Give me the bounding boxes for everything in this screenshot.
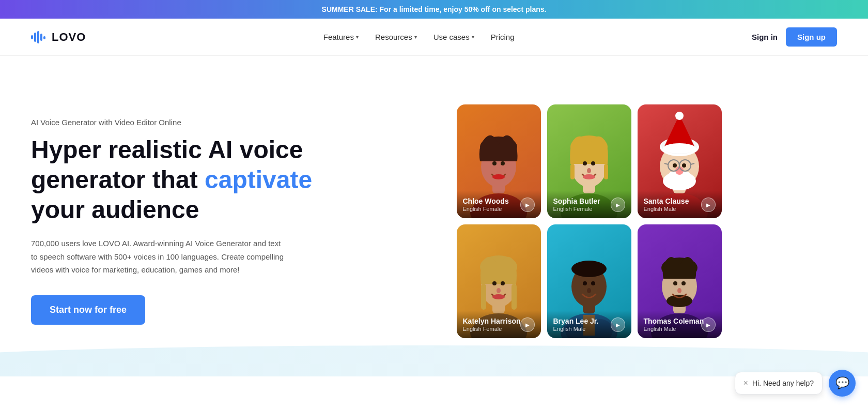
chat-widget: × Hi. Need any help? 💬 bbox=[735, 370, 856, 376]
voice-card-sophia[interactable]: Sophia Butler English Female ▶ bbox=[547, 104, 631, 218]
svg-point-24 bbox=[587, 168, 591, 173]
svg-point-57 bbox=[497, 288, 501, 293]
svg-rect-2 bbox=[37, 31, 39, 43]
chevron-down-icon: ▾ bbox=[356, 34, 359, 40]
sign-up-button[interactable]: Sign up bbox=[786, 27, 837, 47]
cta-button[interactable]: Start now for free bbox=[31, 295, 145, 325]
svg-rect-19 bbox=[570, 164, 575, 179]
sale-banner: SUMMER SALE: For a limited time, enjoy 5… bbox=[0, 0, 868, 19]
svg-rect-0 bbox=[31, 35, 33, 39]
hero-title-accent: captivate bbox=[205, 166, 312, 193]
voice-cards-grid: Chloe Woods English Female ▶ bbox=[341, 104, 837, 338]
svg-point-33 bbox=[675, 112, 684, 120]
nav-actions: Sign in Sign up bbox=[752, 27, 837, 47]
voice-card-thomas[interactable]: Thomas Coleman English Male ▶ bbox=[638, 224, 722, 338]
chevron-down-icon: ▾ bbox=[472, 34, 474, 40]
hero-subtitle: AI Voice Generator with Video Editor Onl… bbox=[31, 118, 320, 127]
svg-rect-20 bbox=[604, 164, 608, 179]
svg-point-12 bbox=[492, 174, 505, 179]
svg-point-32 bbox=[663, 143, 696, 154]
hero-title-part2: your audience bbox=[31, 196, 199, 223]
svg-point-11 bbox=[501, 161, 505, 165]
hero-title: Hyper realistic AI voice generator that … bbox=[31, 135, 320, 224]
svg-rect-4 bbox=[43, 36, 45, 39]
navbar: LOVO Features ▾ Resources ▾ Use cases ▾ … bbox=[0, 19, 868, 56]
play-button-bryan[interactable]: ▶ bbox=[611, 317, 625, 332]
svg-point-56 bbox=[492, 294, 505, 299]
voice-card-katelyn[interactable]: Katelyn Harrison English Female ▶ bbox=[457, 224, 541, 338]
nav-resources[interactable]: Resources ▾ bbox=[375, 33, 417, 41]
play-button-chloe[interactable]: ▶ bbox=[520, 198, 535, 212]
nav-links: Features ▾ Resources ▾ Use cases ▾ Prici… bbox=[323, 33, 515, 41]
svg-point-62 bbox=[571, 261, 607, 277]
chevron-down-icon: ▾ bbox=[414, 34, 417, 40]
voice-card-chloe[interactable]: Chloe Woods English Female ▶ bbox=[457, 104, 541, 218]
hero-description: 700,000 users love LOVO AI. Award-winnin… bbox=[31, 237, 289, 277]
sign-in-button[interactable]: Sign in bbox=[752, 33, 778, 41]
svg-point-76 bbox=[681, 281, 686, 285]
banner-text: SUMMER SALE: For a limited time, enjoy 5… bbox=[322, 5, 547, 13]
svg-point-13 bbox=[497, 168, 501, 173]
play-button-thomas[interactable]: ▶ bbox=[701, 317, 716, 332]
logo-text: LOVO bbox=[52, 31, 86, 44]
play-button-sophia[interactable]: ▶ bbox=[611, 198, 625, 212]
nav-pricing[interactable]: Pricing bbox=[491, 33, 515, 41]
svg-rect-1 bbox=[34, 33, 36, 42]
voice-card-santa[interactable]: Santa Clause English Male ▶ bbox=[638, 104, 722, 218]
svg-point-54 bbox=[492, 281, 497, 285]
chat-open-button[interactable]: 💬 bbox=[829, 370, 856, 376]
voice-card-bryan[interactable]: Bryan Lee Jr. English Male ▶ bbox=[547, 224, 631, 338]
svg-point-74 bbox=[667, 295, 692, 307]
svg-point-37 bbox=[673, 163, 677, 168]
logo[interactable]: LOVO bbox=[31, 30, 86, 44]
svg-point-64 bbox=[591, 281, 595, 285]
svg-point-63 bbox=[583, 281, 587, 285]
svg-point-65 bbox=[587, 288, 591, 293]
svg-point-55 bbox=[501, 281, 505, 285]
svg-point-77 bbox=[677, 288, 681, 293]
svg-point-23 bbox=[583, 174, 595, 179]
svg-point-38 bbox=[682, 163, 686, 168]
svg-point-75 bbox=[673, 281, 677, 285]
play-button-katelyn[interactable]: ▶ bbox=[520, 317, 535, 332]
nav-features[interactable]: Features ▾ bbox=[323, 33, 359, 41]
logo-icon bbox=[31, 30, 48, 44]
svg-rect-3 bbox=[40, 34, 42, 41]
svg-point-10 bbox=[492, 161, 497, 165]
hero-text: AI Voice Generator with Video Editor Onl… bbox=[31, 118, 320, 324]
play-button-santa[interactable]: ▶ bbox=[701, 198, 716, 212]
nav-use-cases[interactable]: Use cases ▾ bbox=[433, 33, 474, 41]
svg-point-22 bbox=[591, 161, 595, 165]
svg-rect-52 bbox=[481, 284, 486, 310]
svg-point-21 bbox=[583, 161, 587, 165]
chat-bubble: × Hi. Need any help? bbox=[735, 372, 823, 376]
hero-section: AI Voice Generator with Video Editor Onl… bbox=[0, 56, 868, 376]
svg-rect-53 bbox=[512, 284, 517, 310]
